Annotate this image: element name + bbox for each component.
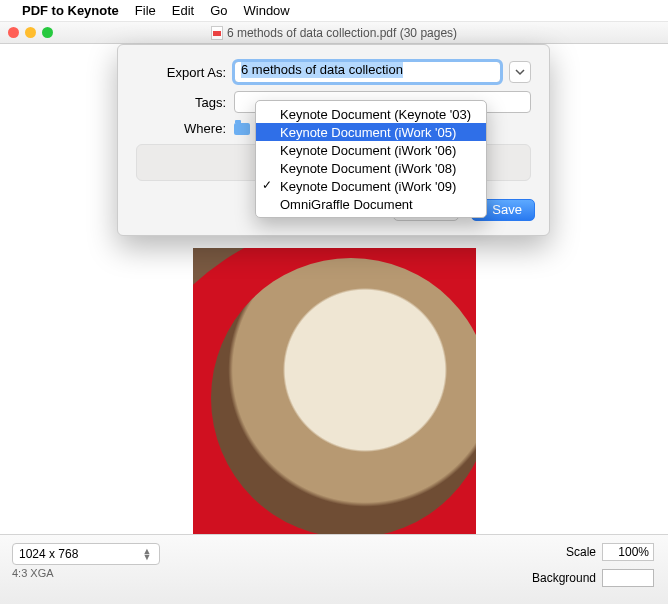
format-option[interactable]: ✓ Keynote Document (iWork '09) [256, 177, 486, 195]
window-titlebar: 6 methods of data collection.pdf (30 pag… [0, 22, 668, 44]
scale-label: Scale [566, 545, 596, 559]
minimize-button[interactable] [25, 27, 36, 38]
bottom-toolbar: 1024 x 768 ▲▼ 4:3 XGA Scale Background [0, 534, 668, 604]
option-label: Keynote Document (Keynote '03) [280, 107, 471, 122]
background-label: Background [532, 571, 596, 585]
stepper-icon: ▲▼ [141, 548, 153, 560]
menu-window[interactable]: Window [244, 3, 290, 18]
window-title: 6 methods of data collection.pdf (30 pag… [0, 26, 668, 40]
menu-file[interactable]: File [135, 3, 156, 18]
mac-menubar: PDF to Keynote File Edit Go Window [0, 0, 668, 22]
background-color-swatch[interactable] [602, 569, 654, 587]
slide-preview-image [193, 248, 476, 548]
format-option[interactable]: Keynote Document (iWork '08) [256, 159, 486, 177]
export-as-label: Export As: [136, 65, 226, 80]
chevron-down-icon [515, 67, 525, 77]
close-button[interactable] [8, 27, 19, 38]
option-label: OmniGraffle Document [280, 197, 413, 212]
scale-input[interactable] [602, 543, 654, 561]
menu-go[interactable]: Go [210, 3, 227, 18]
zoom-button[interactable] [42, 27, 53, 38]
checkmark-icon: ✓ [262, 178, 272, 192]
format-option[interactable]: Keynote Document (iWork '05) [256, 123, 486, 141]
option-label: Keynote Document (iWork '05) [280, 125, 456, 140]
resolution-value: 1024 x 768 [19, 547, 78, 561]
app-name[interactable]: PDF to Keynote [22, 3, 119, 18]
export-filename-input[interactable]: 6 methods of data collection [234, 61, 501, 83]
where-label: Where: [136, 121, 226, 136]
pdf-icon [211, 26, 223, 40]
tags-label: Tags: [136, 95, 226, 110]
window-controls [8, 27, 53, 38]
option-label: Keynote Document (iWork '08) [280, 161, 456, 176]
format-option[interactable]: Keynote Document (Keynote '03) [256, 105, 486, 123]
option-label: Keynote Document (iWork '06) [280, 143, 456, 158]
resolution-select[interactable]: 1024 x 768 ▲▼ [12, 543, 160, 565]
option-label: Keynote Document (iWork '09) [280, 179, 456, 194]
format-option[interactable]: OmniGraffle Document [256, 195, 486, 213]
file-format-dropdown[interactable]: Keynote Document (Keynote '03) Keynote D… [255, 100, 487, 218]
format-option[interactable]: Keynote Document (iWork '06) [256, 141, 486, 159]
disclosure-toggle[interactable] [509, 61, 531, 83]
folder-icon [234, 123, 250, 135]
menu-edit[interactable]: Edit [172, 3, 194, 18]
